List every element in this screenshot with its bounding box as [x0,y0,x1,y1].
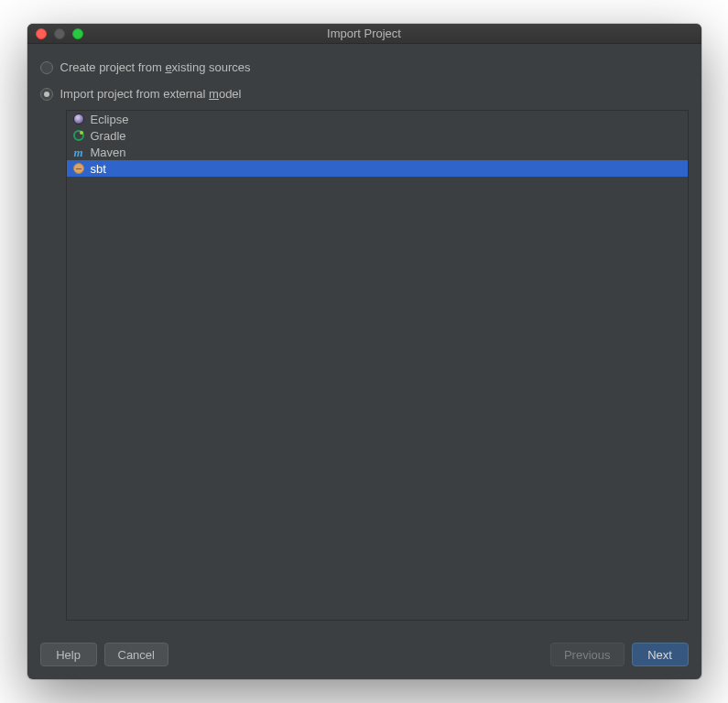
radio-import-external-model[interactable]: Import project from external model [40,83,689,110]
model-item-sbt[interactable]: sbt [67,160,688,177]
radio-icon [40,61,53,74]
radio-icon [40,88,53,101]
radio-create-from-existing[interactable]: Create project from existing sources [40,57,689,83]
model-item-maven[interactable]: m Maven [67,144,688,160]
help-button[interactable]: Help [40,643,97,666]
radio-label: Import project from external model [60,87,242,101]
model-item-label: Eclipse [91,113,129,126]
model-item-label: sbt [91,162,106,176]
dialog-button-bar: Help Cancel Previous Next [27,632,701,679]
window-controls [27,28,83,39]
model-item-eclipse[interactable]: Eclipse [67,111,688,127]
model-item-gradle[interactable]: Gradle [67,127,688,144]
model-item-label: Maven [91,146,126,159]
previous-button: Previous [550,643,625,666]
window-title: Import Project [27,27,701,40]
dialog-content: Create project from existing sources Imp… [27,44,701,632]
maximize-window-button[interactable] [72,28,83,39]
import-project-dialog: Import Project Create project from exist… [27,24,701,679]
close-window-button[interactable] [36,28,47,39]
sbt-icon [72,162,85,175]
gradle-icon [72,129,85,142]
radio-label: Create project from existing sources [60,60,251,74]
cancel-button[interactable]: Cancel [104,643,168,666]
titlebar: Import Project [27,24,701,44]
next-button[interactable]: Next [632,643,689,666]
external-model-list[interactable]: Eclipse Gradle m Maven sbt [66,110,689,621]
model-item-label: Gradle [91,129,126,143]
eclipse-icon [72,113,85,125]
maven-icon: m [72,146,85,158]
minimize-window-button [54,28,65,39]
